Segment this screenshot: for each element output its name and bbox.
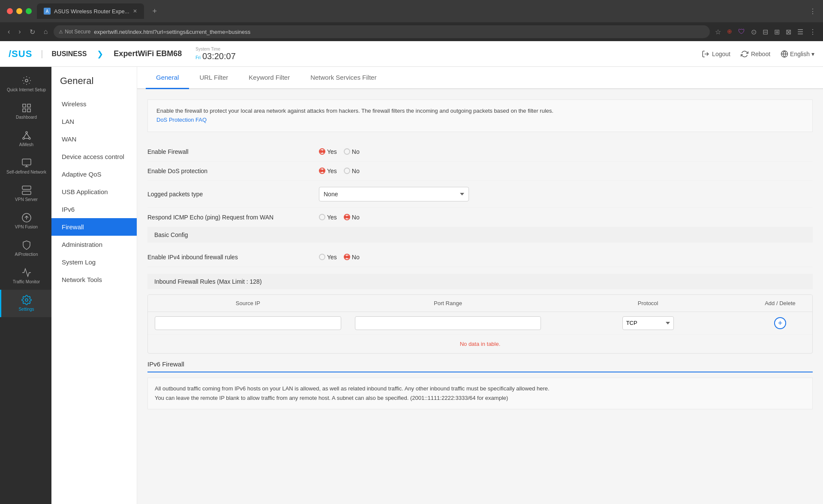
source-ip-cell (148, 312, 348, 334)
extension-icon-4[interactable]: ⊟ (761, 26, 770, 38)
enable-firewall-row: Enable Firewall Yes No (147, 142, 813, 162)
sidebar-item-settings[interactable]: Settings (0, 290, 51, 317)
content-right: General URL Filter Keyword Filter Networ… (137, 67, 823, 504)
svg-rect-13 (22, 159, 31, 165)
sidebar-item-aimesh[interactable]: AiMesh (0, 125, 51, 153)
left-nav-item-device-access-control[interactable]: Device access control (51, 148, 137, 165)
enable-dos-radio-group: Yes No (319, 168, 360, 174)
left-nav-item-firewall[interactable]: Firewall (51, 218, 137, 236)
enable-dos-no[interactable]: No (344, 168, 360, 174)
yes-label: Yes (327, 214, 337, 221)
maximize-button[interactable] (26, 8, 32, 14)
radio-yes-dot (319, 148, 325, 155)
source-ip-input[interactable] (155, 316, 341, 330)
left-nav-title: General (51, 75, 137, 95)
browser-menu-icon[interactable]: ⋮ (809, 7, 816, 15)
no-label: No (352, 168, 360, 174)
new-tab-button[interactable]: + (149, 5, 161, 18)
enable-firewall-no[interactable]: No (344, 148, 360, 155)
protocol-select[interactable]: TCP UDP BOTH (622, 316, 674, 330)
sidebar-item-traffic-monitor[interactable]: Traffic Monitor (0, 262, 51, 290)
reload-button[interactable]: ↻ (27, 26, 38, 38)
dos-faq-link[interactable]: DoS Protection FAQ (156, 117, 207, 123)
tab-url-filter[interactable]: URL Filter (189, 67, 238, 89)
svg-point-7 (26, 132, 27, 133)
add-rule-button[interactable]: + (774, 317, 786, 329)
left-nav-item-network-tools[interactable]: Network Tools (51, 271, 137, 288)
svg-line-11 (27, 133, 30, 138)
browser-nav: ‹ › ↻ ⌂ ⚠ Not Secure expertwifi.net/inde… (0, 22, 823, 41)
enable-ipv4-no[interactable]: No (344, 254, 360, 261)
logout-label: Logout (712, 51, 730, 57)
extension-icon-3[interactable]: ⊙ (749, 26, 758, 38)
left-nav-item-lan[interactable]: LAN (51, 113, 137, 130)
forward-button[interactable]: › (16, 26, 23, 37)
respond-icmp-yes[interactable]: Yes (319, 214, 337, 221)
tab-general[interactable]: General (146, 67, 189, 89)
sidebar: Quick Internet Setup Dashboard AiMesh Se… (0, 67, 51, 504)
logout-button[interactable]: Logout (702, 50, 730, 58)
col-source-ip: Source IP (148, 295, 348, 312)
sidebar-item-label: Traffic Monitor (13, 279, 40, 285)
extension-icon-5[interactable]: ⊞ (772, 26, 781, 38)
left-nav-item-adaptive-qos[interactable]: Adaptive QoS (51, 165, 137, 183)
respond-icmp-row: Respond ICMP Echo (ping) Request from WA… (147, 208, 813, 227)
no-label: No (352, 214, 360, 221)
logged-packets-row: Logged packets type None Blocked Accepte… (147, 181, 813, 208)
svg-line-10 (24, 133, 27, 138)
respond-icmp-no[interactable]: No (344, 214, 360, 221)
info-text: Enable the firewall to protect your loca… (156, 108, 553, 114)
home-button[interactable]: ⌂ (41, 26, 51, 37)
logo-divider: | (41, 49, 43, 59)
traffic-monitor-icon (21, 267, 32, 278)
address-bar[interactable]: ⚠ Not Secure expertwifi.net/index.html?u… (54, 25, 710, 38)
tab-close-icon[interactable]: ✕ (133, 8, 137, 14)
browser-settings-icon[interactable]: ⋮ (808, 26, 818, 38)
browser-tab[interactable]: A ASUS Wireless Router Expe... ✕ (37, 3, 144, 19)
left-nav-item-ipv6[interactable]: IPv6 (51, 201, 137, 218)
port-range-input[interactable] (355, 316, 541, 330)
logged-packets-select[interactable]: None Blocked Accepted Both (319, 187, 469, 201)
business-label: BUSINESS (52, 50, 87, 58)
extension-icon-1[interactable]: ⊕ (725, 26, 734, 38)
svg-rect-6 (27, 109, 30, 112)
left-nav-item-administration[interactable]: Administration (51, 236, 137, 253)
globe-icon (781, 50, 788, 58)
sidebar-item-vpn-server[interactable]: VPN Server (0, 180, 51, 207)
extension-icon-2[interactable]: 🛡 (736, 26, 747, 38)
extension-icon-7[interactable]: ☰ (796, 26, 805, 38)
sidebar-item-vpn-fusion[interactable]: VPN Fusion (0, 207, 51, 235)
enable-firewall-yes[interactable]: Yes (319, 148, 337, 155)
radio-ipv4-yes-dot (319, 254, 325, 260)
tab-network-services-filter[interactable]: Network Services Filter (300, 67, 387, 89)
left-nav-item-wireless[interactable]: Wireless (51, 95, 137, 113)
language-selector[interactable]: English ▾ (781, 50, 814, 58)
sys-time-value: 03:20:07 (202, 51, 236, 61)
vpn-fusion-icon (21, 213, 32, 223)
quick-internet-setup-icon (21, 75, 32, 86)
enable-dos-yes[interactable]: Yes (319, 168, 337, 174)
left-nav-item-system-log[interactable]: System Log (51, 253, 137, 271)
sidebar-item-self-defined[interactable]: Self-defined Network (0, 153, 51, 180)
svg-rect-5 (23, 109, 26, 112)
no-data-row: No data in table. (148, 335, 812, 353)
svg-point-9 (29, 138, 30, 139)
page-content: Enable the firewall to protect your loca… (137, 89, 823, 504)
tab-keyword-filter[interactable]: Keyword Filter (238, 67, 300, 89)
sidebar-item-quick-internet-setup[interactable]: Quick Internet Setup (0, 70, 51, 98)
reboot-button[interactable]: Reboot (741, 50, 770, 58)
tab-title: ASUS Wireless Router Expe... (54, 8, 129, 15)
sidebar-item-label: AiProtection (15, 252, 38, 257)
left-nav-item-usb-application[interactable]: USB Application (51, 183, 137, 201)
extension-icon-6[interactable]: ⊠ (784, 26, 793, 38)
sys-time-label: System Time (195, 47, 236, 51)
close-button[interactable] (7, 8, 13, 14)
minimize-button[interactable] (16, 8, 22, 14)
left-nav-item-wan[interactable]: WAN (51, 130, 137, 148)
self-defined-icon (21, 158, 32, 168)
back-button[interactable]: ‹ (5, 26, 12, 37)
bookmark-icon[interactable]: ☆ (713, 26, 723, 38)
enable-ipv4-yes[interactable]: Yes (319, 254, 337, 261)
sidebar-item-dashboard[interactable]: Dashboard (0, 98, 51, 125)
sidebar-item-aiprotection[interactable]: AiProtection (0, 235, 51, 262)
